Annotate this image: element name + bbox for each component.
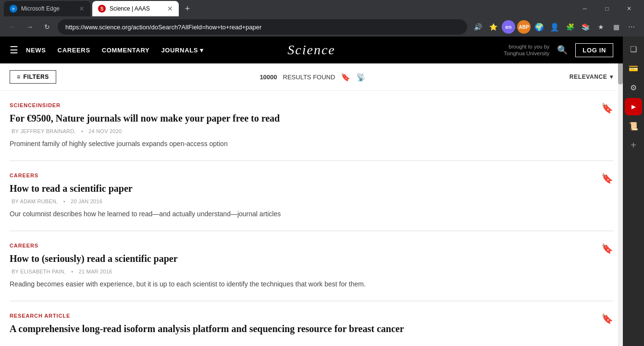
article-item: CAREERS How to (seriously) read a scient… — [10, 231, 613, 301]
article-dot: • — [71, 269, 74, 274]
browser-chrome: e Microsoft Edge ✕ S Science | AAAS ✕ + … — [0, 0, 644, 37]
nav-news[interactable]: NEWS — [26, 47, 46, 54]
tab-edge[interactable]: e Microsoft Edge ✕ — [4, 1, 90, 16]
browser-actions: 🔊 ⭐ en ABP 🌍 👤 🧩 📚 ★ ▦ ⋯ — [471, 20, 638, 34]
article-excerpt: Reading becomes easier with experience, … — [10, 279, 613, 289]
article-author: BY ELISABETH PAIN, — [12, 269, 66, 274]
article-author: BY JEFFREY BRAINARD, — [12, 128, 76, 134]
profile-icon-2[interactable]: ABP — [517, 20, 531, 34]
article-list: SCIENCEINSIDER For €9500, Nature journal… — [0, 91, 623, 346]
chevron-down-icon: ▾ — [200, 47, 204, 54]
window-controls: ─ □ ✕ — [574, 0, 640, 17]
back-button[interactable]: ← — [6, 20, 19, 34]
maximize-button[interactable]: □ — [596, 0, 618, 17]
relevance-chevron-icon: ▾ — [610, 74, 613, 80]
bookmark-article-icon[interactable]: 🔖 — [601, 173, 613, 184]
bookmark-results-icon[interactable]: 🔖 — [341, 73, 350, 82]
read-aloud-icon[interactable]: 🔊 — [471, 20, 484, 34]
article-dot: • — [63, 198, 67, 204]
article-category: CAREERS — [10, 243, 613, 248]
article-title[interactable]: A comprehensive long-read isoform analys… — [10, 322, 613, 335]
sponsored-text: brought to you byTsinghua University — [504, 43, 549, 57]
sidebar-tools-icon[interactable]: ⚙ — [625, 79, 642, 96]
article-date: 20 JAN 2016 — [71, 198, 102, 204]
article-date: 21 MAR 2016 — [79, 269, 112, 274]
sidebar-add-icon[interactable]: + — [625, 136, 642, 154]
new-tab-button[interactable]: + — [181, 2, 194, 15]
article-dot: • — [81, 128, 85, 134]
article-item: CAREERS How to read a scientific paper B… — [10, 161, 613, 231]
sidebar-icon[interactable]: ▦ — [609, 20, 623, 34]
browser-titlebar: e Microsoft Edge ✕ S Science | AAAS ✕ + … — [0, 0, 644, 17]
tab-label-science: Science | AAAS — [110, 5, 150, 12]
nav-journals[interactable]: JOURNALS ▾ — [161, 47, 203, 54]
results-number: 10000 — [260, 74, 277, 81]
article-title[interactable]: For €9500, Nature journals will now make… — [10, 112, 613, 124]
results-count-area: 10000 RESULTS FOUND 🔖 📡 — [260, 73, 366, 82]
sidebar-wallet-icon[interactable]: 💳 — [625, 60, 642, 77]
website-content: ☰ NEWS CAREERS COMMENTARY JOURNALS ▾ Sci… — [0, 37, 623, 346]
minimize-button[interactable]: ─ — [574, 0, 596, 17]
close-button[interactable]: ✕ — [618, 0, 640, 17]
article-excerpt: Our columnist describes how he learned t… — [10, 209, 613, 219]
filters-button[interactable]: ≡ FILTERS — [10, 70, 56, 84]
article-date: 24 NOV 2020 — [88, 128, 122, 134]
bookmark-article-icon[interactable]: 🔖 — [601, 243, 613, 254]
article-item: SCIENCEINSIDER For €9500, Nature journal… — [10, 91, 613, 161]
search-icon[interactable]: 🔍 — [557, 45, 568, 55]
article-excerpt: Prominent family of highly selective jou… — [10, 139, 613, 149]
edge-sidebar: ❏ 💳 ⚙ ▶ 📜 + — [623, 37, 644, 346]
sidebar-youtube-icon[interactable]: ▶ — [625, 98, 642, 115]
article-category: CAREERS — [10, 173, 613, 178]
hamburger-menu[interactable]: ☰ — [10, 44, 18, 56]
tab-close-edge[interactable]: ✕ — [79, 5, 85, 12]
article-meta: BY JEFFREY BRAINARD, • 24 NOV 2020 — [10, 128, 613, 134]
bookmark-article-icon[interactable]: 🔖 — [601, 313, 613, 324]
more-tools-icon[interactable]: ⋯ — [625, 20, 638, 34]
collections-icon[interactable]: 📚 — [579, 20, 592, 34]
extensions-icon[interactable]: 🧩 — [563, 20, 577, 34]
bookmark-article-icon[interactable]: 🔖 — [601, 102, 613, 114]
profile-icon-1[interactable]: en — [502, 20, 515, 34]
forward-button[interactable]: → — [23, 20, 37, 34]
profile-icon-4[interactable]: 👤 — [548, 20, 561, 34]
nav-links: NEWS CAREERS COMMENTARY JOURNALS ▾ — [26, 47, 204, 54]
tab-favicon-edge: e — [10, 5, 17, 12]
filters-icon: ≡ — [17, 74, 21, 80]
article-category: RESEARCH ARTICLE — [10, 313, 613, 319]
profile-icon-3[interactable]: 🌍 — [533, 20, 546, 34]
tab-favicon-science: S — [98, 5, 106, 12]
filters-label: FILTERS — [24, 74, 49, 80]
web-select-icon[interactable]: ⭐ — [486, 20, 500, 34]
article-item: RESEARCH ARTICLE A comprehensive long-re… — [10, 301, 613, 346]
relevance-label: RELEVANCE — [570, 74, 607, 80]
tab-label-edge: Microsoft Edge — [21, 5, 60, 12]
tab-close-science[interactable]: ✕ — [167, 5, 173, 12]
nav-commentary[interactable]: COMMENTARY — [102, 47, 150, 54]
tab-science[interactable]: S Science | AAAS ✕ — [92, 1, 179, 16]
rss-icon[interactable]: 📡 — [356, 73, 366, 82]
favorites-icon[interactable]: ★ — [594, 20, 607, 34]
nav-right: brought to you byTsinghua University 🔍 L… — [504, 43, 613, 57]
article-author: BY ADAM RUBEN, — [12, 198, 58, 204]
sidebar-scroll-icon[interactable]: 📜 — [625, 117, 642, 135]
site-navigation: ☰ NEWS CAREERS COMMENTARY JOURNALS ▾ Sci… — [0, 37, 623, 63]
results-label: RESULTS FOUND — [283, 74, 335, 81]
relevance-button[interactable]: RELEVANCE ▾ — [570, 74, 613, 80]
address-bar[interactable] — [58, 19, 467, 35]
article-category: SCIENCEINSIDER — [10, 102, 613, 108]
browser-addressbar: ← → ↻ 🔊 ⭐ en ABP 🌍 👤 🧩 📚 ★ ▦ ⋯ — [0, 17, 644, 37]
login-button[interactable]: LOG IN — [575, 43, 613, 57]
article-meta: BY ELISABETH PAIN, • 21 MAR 2016 — [10, 269, 613, 274]
filters-bar: ≡ FILTERS 10000 RESULTS FOUND 🔖 📡 RELEVA… — [0, 63, 623, 91]
sidebar-collections-icon[interactable]: ❏ — [625, 40, 642, 58]
page-scrollbar[interactable] — [618, 37, 623, 346]
nav-careers[interactable]: CAREERS — [58, 47, 90, 54]
article-meta: BY ADAM RUBEN, • 20 JAN 2016 — [10, 198, 613, 204]
article-title[interactable]: How to read a scientific paper — [10, 182, 613, 195]
site-logo[interactable]: Science — [287, 42, 335, 58]
refresh-button[interactable]: ↻ — [40, 20, 54, 34]
article-title[interactable]: How to (seriously) read a scientific pap… — [10, 252, 613, 265]
